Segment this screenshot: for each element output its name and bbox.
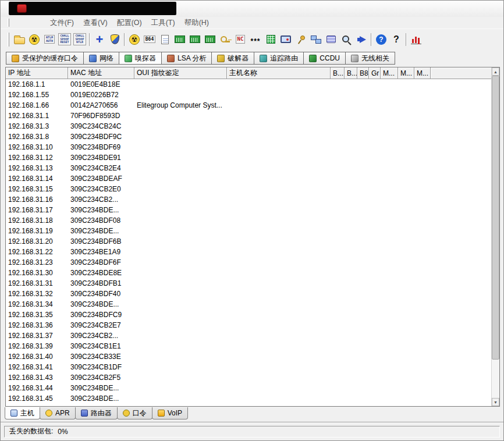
tab-voip[interactable]: VoIP [152, 407, 188, 419]
table-row[interactable]: 192.168.31.19 309C234BDE... [6, 226, 491, 236]
sniffer-toggle-icon[interactable]: ☢ [127, 31, 142, 48]
column-header[interactable]: M... [381, 67, 398, 79]
title-bar[interactable] [1, 1, 503, 17]
tab-lsa-secrets[interactable]: LSA 分析 [161, 52, 212, 65]
voip-speaker-icon[interactable] [354, 31, 369, 48]
password-reveal-icon[interactable]: *** [248, 31, 263, 48]
table-row[interactable]: 192.168.31.16 309C234CB2... [6, 194, 491, 205]
menu-configure[interactable]: 配置(O) [112, 17, 147, 29]
toolbar-separator[interactable] [369, 32, 374, 47]
tab-wireless[interactable]: 无线相关 [345, 52, 395, 65]
chall-spoof-reset-chip-icon[interactable]: CHALL SPOOF RESET [57, 31, 72, 48]
table-row[interactable]: 192.168.31.17 309C234BDE... [6, 205, 491, 215]
keys-dump-icon[interactable] [218, 31, 233, 48]
decoders-icon[interactable]: ☢ [27, 31, 42, 48]
tab-routers[interactable]: 路由器 [75, 407, 118, 419]
remote-desktop-icon[interactable] [278, 31, 293, 48]
table-row[interactable]: 192.168.31.1 70F96DF8593D [6, 111, 491, 121]
tab-ccdu[interactable]: CCDU [303, 52, 346, 65]
wireless-pin-icon[interactable] [293, 31, 308, 48]
table-row[interactable]: 192.168.31.14 309C234BDEAF [6, 173, 491, 184]
scroll-up-button[interactable]: ▲ [492, 67, 499, 76]
table-row[interactable]: 192.168.31.23 309C234BDF6F [6, 257, 491, 268]
scroll-down-button[interactable]: ▼ [492, 398, 499, 406]
tab-cracker[interactable]: 破解器 [211, 52, 254, 65]
tab-network[interactable]: 网络 [83, 52, 119, 65]
add-to-list-icon[interactable]: + [92, 31, 107, 48]
base64-decoder-icon[interactable]: B64 [142, 31, 157, 48]
table-row[interactable]: 192.168.31.13 309C234CB2E4 [6, 163, 491, 173]
nc-tool-icon[interactable]: NC [233, 31, 248, 48]
toolbar-separator[interactable] [87, 32, 92, 47]
open-file-icon[interactable] [12, 31, 27, 48]
chall-spoof-ntlr-chip-icon[interactable]: CHALL SPOOF NTLR [72, 31, 87, 48]
column-header[interactable]: Gr [369, 67, 381, 79]
apr-shield-icon[interactable] [107, 31, 122, 48]
tab-apr[interactable]: APR [40, 407, 76, 419]
toolbar-separator[interactable] [122, 32, 127, 47]
toolbar-grip[interactable] [8, 33, 9, 47]
table-row[interactable]: 192.168.31.30 309C234BDE8E [6, 268, 491, 278]
table-row[interactable]: 192.168.1.55 0019E0226B72 [6, 90, 491, 100]
tab-traceroute[interactable]: 追踪路由 [254, 52, 304, 65]
hash-calculator-icon[interactable] [263, 31, 278, 48]
traffic-chart-icon[interactable] [409, 31, 424, 48]
table-row[interactable]: 192.168.1.1 0019E0E4B18E [6, 79, 491, 90]
table-row[interactable]: 192.168.31.10 309C234BDF69 [6, 142, 491, 152]
context-help-icon[interactable]: ? [389, 31, 404, 48]
table-row[interactable]: 192.168.31.34 309C234BDE... [6, 299, 491, 310]
column-header[interactable]: MAC 地址 [68, 67, 134, 79]
tab-passwords[interactable]: 口令 [117, 407, 152, 419]
scrollbar-track[interactable] [492, 76, 499, 398]
help-info-icon[interactable]: ? [374, 31, 389, 48]
column-header[interactable]: B8 [357, 67, 369, 79]
routing-tool-icon[interactable] [203, 31, 218, 48]
table-row[interactable]: 192.168.31.43 309C234CB2F5 [6, 372, 491, 383]
table-row[interactable]: 192.168.31.39 309C234CB1E1 [6, 341, 491, 351]
table-row[interactable]: 192.168.31.18 309C234BDF08 [6, 215, 491, 226]
tab-hosts[interactable]: 主机 [5, 407, 40, 419]
table-row[interactable]: 192.168.31.41 309C234CB1DF [6, 362, 491, 372]
table-row[interactable]: 192.168.31.8 309C234BDF9C [6, 131, 491, 142]
menu-help[interactable]: 帮助(H) [180, 17, 214, 29]
mac-scanner-icon[interactable] [172, 31, 187, 48]
table-row[interactable]: 192.168.31.31 309C234BDFB1 [6, 278, 491, 289]
table-row[interactable]: 192.168.31.36 309C234CB2E7 [6, 320, 491, 330]
route-table-icon[interactable] [324, 31, 339, 48]
table-row[interactable]: 192.168.31.37 309C234CB2... [6, 330, 491, 341]
column-header[interactable]: B... [331, 67, 345, 79]
column-header[interactable]: B... [345, 67, 357, 79]
ip-cell: 192.168.31.23 [6, 257, 68, 268]
vertical-scrollbar[interactable]: ▲ ▼ [491, 67, 499, 406]
table-row[interactable]: 192.168.31.15 309C234CB2E0 [6, 184, 491, 194]
table-row[interactable]: 192.168.31.32 309C234BDF40 [6, 289, 491, 299]
table-row[interactable]: 192.168.31.35 309C234BDFC9 [6, 310, 491, 320]
column-header[interactable]: 主机名称 [227, 67, 331, 79]
column-header[interactable]: OUI 指纹鉴定 [134, 67, 227, 79]
table-row[interactable]: 192.168.31.40 309C234CB33E [6, 351, 491, 362]
arp-tool-icon[interactable] [187, 31, 203, 48]
table-row[interactable]: 192.168.31.45 309C234BDE... [6, 393, 491, 404]
table-row[interactable]: 192.168.31.44 309C234BDE... [6, 383, 491, 393]
table-row[interactable]: 192.168.31.12 309C234BDE91 [6, 152, 491, 163]
toolbar-separator[interactable] [404, 32, 409, 47]
menu-view[interactable]: 查看(V) [79, 17, 112, 29]
network-hosts-icon[interactable] [308, 31, 324, 48]
column-header[interactable] [431, 67, 491, 79]
column-header[interactable]: M... [398, 67, 414, 79]
table-row[interactable]: 192.168.31.3 309C234CB24C [6, 121, 491, 131]
menu-tools[interactable]: 工具(T) [147, 17, 180, 29]
table-row[interactable]: 192.168.31.20 309C234BDF6B [6, 236, 491, 247]
cisco-config-icon[interactable] [157, 31, 172, 48]
menu-grip[interactable] [8, 19, 9, 27]
menu-file[interactable]: 文件(F) [45, 17, 79, 29]
column-header[interactable]: IP 地址 [6, 67, 68, 79]
column-header[interactable]: M... [414, 67, 431, 79]
table-row[interactable]: 192.168.31.22 309C234BE1A9 [6, 247, 491, 257]
oui-lookup-icon[interactable] [339, 31, 354, 48]
scrollbar-thumb[interactable] [492, 76, 499, 360]
table-row[interactable]: 192.168.1.66 00142A270656 Elitegroup Com… [6, 100, 491, 111]
tab-sniffer[interactable]: 嗅探器 [119, 52, 162, 65]
ntlm-auth-chip-icon[interactable]: NTLM AUTH [42, 31, 57, 48]
tab-protected-storage[interactable]: 受保护的缓存口令 [6, 52, 84, 65]
